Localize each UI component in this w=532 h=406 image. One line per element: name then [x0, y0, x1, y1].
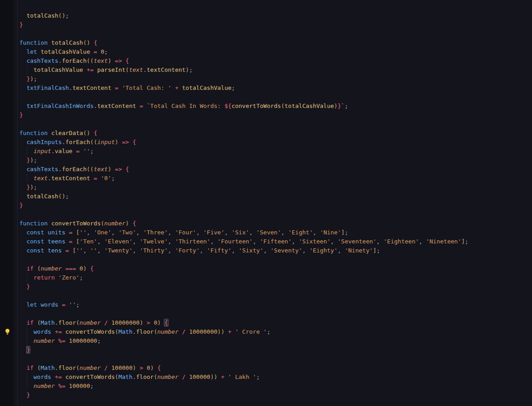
code-line[interactable]	[19, 309, 532, 318]
indent-guide	[19, 345, 27, 355]
code-line[interactable]: if (Math.floor(number / 10000000) > 0) {	[19, 318, 532, 327]
code-line[interactable]: number %= 100000;	[19, 382, 532, 391]
indent-guide	[27, 382, 34, 391]
code-line[interactable]: cashInputs.forEach((input) => {	[19, 138, 532, 147]
code-line[interactable]: cashTexts.forEach((text) => {	[19, 56, 532, 65]
indent-guide	[27, 174, 34, 183]
indent-guide	[27, 373, 34, 382]
code-line[interactable]: txtFinalCash.textContent = 'Total Cash: …	[19, 84, 532, 93]
indent-guide	[19, 156, 27, 165]
code-line[interactable]: input.value = '';	[19, 147, 532, 156]
code-line[interactable]	[19, 291, 532, 300]
indent-guide	[19, 364, 27, 373]
indent-guide	[19, 264, 27, 273]
code-line[interactable]: words += convertToWords(Math.floor(numbe…	[19, 327, 532, 336]
indent-guide	[19, 84, 27, 93]
code-editor[interactable]: totalCash();}function totalCash() {let t…	[0, 0, 532, 406]
code-line[interactable]: const units = ['', 'One', 'Two', 'Three'…	[19, 228, 532, 237]
indent-guide	[19, 56, 27, 65]
code-line[interactable]: function totalCash() {	[19, 38, 532, 47]
code-line[interactable]: }	[19, 111, 532, 120]
indent-guide	[19, 65, 27, 75]
code-line[interactable]: let words = '';	[19, 300, 532, 309]
code-line[interactable]: let totalCashValue = 0;	[19, 47, 532, 56]
indent-guide	[19, 336, 27, 345]
indent-guide	[19, 147, 27, 156]
lightbulb-icon[interactable]	[4, 328, 11, 336]
indent-guide	[19, 102, 27, 111]
code-line[interactable]: }	[19, 345, 532, 355]
indent-guide	[19, 138, 27, 147]
code-line[interactable]: }	[19, 201, 532, 210]
indent-guide	[19, 373, 27, 382]
indent-guide	[19, 174, 27, 183]
indent-guide	[27, 273, 34, 282]
code-line[interactable]	[19, 120, 532, 129]
code-line[interactable]: words += convertToWords(Math.floor(numbe…	[19, 373, 532, 382]
indent-guide	[19, 228, 27, 237]
indent-guide	[19, 382, 27, 391]
code-line[interactable]: cashTexts.forEach((text) => {	[19, 165, 532, 174]
code-line[interactable]: if (number === 0) {	[19, 264, 532, 273]
code-line[interactable]: }	[19, 20, 532, 29]
code-line[interactable]: const tens = ['', '', 'Twenty', 'Thirty'…	[19, 246, 532, 255]
indent-guide	[19, 246, 27, 255]
code-line[interactable]: }	[19, 391, 532, 400]
code-line[interactable]: });	[19, 156, 532, 165]
code-line[interactable]: text.textContent = '0';	[19, 174, 532, 183]
code-line[interactable]: totalCash();	[19, 192, 532, 201]
code-line[interactable]	[19, 400, 532, 406]
indent-guide	[19, 237, 27, 246]
code-line[interactable]	[19, 255, 532, 264]
code-line[interactable]: function convertToWords(number) {	[19, 219, 532, 228]
code-line[interactable]	[19, 210, 532, 219]
indent-guide	[27, 147, 34, 156]
code-line[interactable]	[19, 93, 532, 102]
indent-guide	[19, 183, 27, 192]
indent-guide	[19, 47, 27, 56]
code-line[interactable]: function clearData() {	[19, 129, 532, 138]
code-line[interactable]: const teens = ['Ten', 'Eleven', 'Twelve'…	[19, 237, 532, 246]
code-line[interactable]	[19, 29, 532, 38]
indent-guide	[19, 282, 27, 291]
code-line[interactable]: number %= 10000000;	[19, 336, 532, 345]
indent-guide	[27, 336, 34, 345]
indent-guide	[27, 327, 34, 336]
indent-guide	[19, 165, 27, 174]
indent-guide	[19, 11, 27, 20]
code-line[interactable]: return 'Zero';	[19, 273, 532, 282]
code-line[interactable]: totalCash();	[19, 11, 532, 20]
code-line[interactable]: });	[19, 183, 532, 192]
editor-gutter[interactable]	[0, 0, 14, 406]
indent-guide	[27, 65, 34, 75]
indent-guide	[19, 75, 27, 84]
indent-guide	[19, 327, 27, 336]
code-line[interactable]: txtFinalCashInWords.textContent = `Total…	[19, 102, 532, 111]
code-content[interactable]: totalCash();}function totalCash() {let t…	[17, 0, 532, 406]
code-line[interactable]: totalCashValue += parseInt(text.textCont…	[19, 65, 532, 75]
code-line[interactable]: }	[19, 282, 532, 291]
indent-guide	[19, 273, 27, 282]
indent-guide	[19, 391, 27, 400]
code-line[interactable]	[19, 355, 532, 364]
indent-guide	[19, 192, 27, 201]
code-line[interactable]: });	[19, 75, 532, 84]
indent-guide	[19, 300, 27, 309]
code-line[interactable]: if (Math.floor(number / 100000) > 0) {	[19, 364, 532, 373]
indent-guide	[19, 318, 27, 327]
